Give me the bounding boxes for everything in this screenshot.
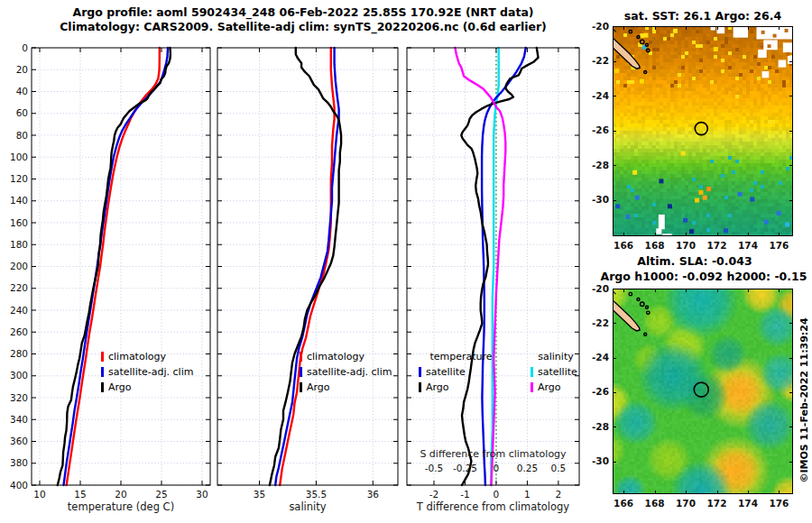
series-Argo (270, 48, 341, 485)
map-x-tick-label: 174 (732, 498, 764, 509)
map-y-tick-label: -22 (575, 317, 609, 328)
legend-mark (419, 382, 421, 392)
depth-tick-label: 200 (0, 261, 28, 271)
sla-map-canvas (613, 289, 793, 494)
map-x-tick-label: 172 (701, 240, 734, 251)
map-x-tick-label: 174 (732, 240, 764, 251)
x-tick-label: 30 (184, 489, 220, 500)
map-x-tick-label: 172 (701, 498, 734, 509)
sla-title-line1: Altim. SLA: -0.043 (590, 254, 799, 268)
map-x-tick-label: 176 (762, 498, 795, 509)
depth-tick-label: 180 (0, 239, 28, 250)
legend-mark (300, 382, 302, 392)
legend-entry: Argo (101, 381, 132, 393)
legend-entry: satellite-adj. clim (300, 366, 392, 378)
depth-tick-label: 160 (0, 217, 28, 228)
sla-title-line2: Argo h1000: -0.092 h2000: -0.15 (588, 270, 812, 283)
legend-mark (101, 352, 104, 362)
legend-entry: Argo (300, 381, 330, 393)
map-x-tick-label: 168 (639, 240, 671, 251)
map-y-tick-label: -20 (575, 283, 609, 294)
legend-mark (101, 367, 104, 377)
x-tick-label: 35.5 (298, 489, 334, 500)
x-tick-label: 36 (355, 489, 391, 500)
t-difference-axis-label: T difference from climatology (407, 500, 579, 513)
legend-entry: Argo (531, 381, 561, 393)
depth-tick-label: 120 (0, 173, 28, 184)
legend-mark (531, 382, 533, 392)
map-y-tick-label: -24 (575, 90, 609, 101)
legend-mark (531, 367, 533, 377)
legend-header: salinity (538, 351, 573, 362)
map-y-tick-label: -24 (575, 352, 609, 362)
panel-box (217, 48, 398, 485)
depth-tick-label: 380 (0, 457, 28, 468)
legend-entry: Argo (419, 381, 449, 393)
legend-mark (300, 367, 302, 377)
map-x-tick-label: 170 (669, 498, 702, 509)
depth-tick-label: 60 (0, 107, 28, 118)
depth-tick-label: 100 (0, 151, 28, 162)
legend-mark (101, 382, 104, 392)
map-x-tick-label: 166 (607, 240, 640, 251)
map-y-tick-label: -28 (575, 160, 609, 170)
depth-tick-label: 280 (0, 348, 28, 359)
legend-label: climatology (307, 351, 364, 362)
legend-label: satellite (426, 366, 466, 378)
depth-tick-label: 400 (0, 480, 28, 491)
x-tick-label: 25 (143, 489, 180, 500)
map-y-tick-label: -22 (575, 55, 609, 66)
legend-entry: climatology (300, 351, 364, 362)
map-x-tick-label: 168 (639, 498, 671, 509)
legend-label: Argo (307, 381, 330, 393)
depth-tick-label: 40 (0, 86, 28, 96)
depth-tick-label: 340 (0, 414, 28, 425)
legend-entry: climatology (101, 351, 166, 362)
legend-label: Argo (538, 381, 561, 393)
map-x-tick-label: 170 (669, 240, 702, 251)
depth-tick-label: 240 (0, 305, 28, 316)
legend-header: temperature (429, 351, 492, 362)
depth-tick-label: 140 (0, 195, 28, 206)
s-difference-axis-label: S difference from climatology (407, 448, 579, 460)
depth-tick-label: 20 (0, 64, 28, 75)
x-tick-label: 15 (62, 489, 98, 500)
imos-credit: ©IMOS 11-Feb-2022 11:39:24 (798, 317, 810, 482)
figure: Argo profile: aoml 5902434_248 06-Feb-20… (0, 0, 812, 523)
s-tick-label: 0.5 (539, 463, 578, 473)
map-x-tick-label: 176 (762, 240, 795, 251)
map-x-tick-label: 166 (607, 498, 640, 509)
depth-tick-label: 80 (0, 130, 28, 141)
legend-mark (419, 367, 421, 377)
depth-tick-label: 220 (0, 282, 28, 293)
sst-map-title: sat. SST: 26.1 Argo: 26.4 (590, 9, 812, 23)
legend-entry: satellite-adj. clim (101, 366, 193, 378)
legend-label: Argo (426, 381, 449, 393)
depth-tick-label: 360 (0, 436, 28, 446)
depth-tick-label: 0 (0, 42, 28, 53)
legend-label: satellite-adj. clim (307, 366, 392, 378)
salinity-axis-label: salinity (217, 500, 398, 513)
legend-label: Argo (108, 381, 132, 393)
depth-tick-label: 320 (0, 392, 28, 403)
x-tick-label: 10 (22, 489, 58, 500)
legend-entry: satellite (419, 366, 466, 378)
sst-map-canvas (613, 26, 793, 236)
map-y-tick-label: -26 (575, 124, 609, 135)
map-y-tick-label: -30 (575, 194, 609, 205)
legend-label: satellite (538, 366, 577, 378)
x-tick-label: 2 (540, 489, 577, 500)
map-y-tick-label: -28 (575, 421, 609, 432)
legend-label: climatology (108, 351, 166, 362)
map-y-tick-label: -26 (575, 386, 609, 397)
depth-tick-label: 260 (0, 326, 28, 337)
legend-mark (300, 352, 302, 362)
legend-label: satellite-adj. clim (108, 366, 193, 378)
legend-entry: satellite (531, 366, 577, 378)
x-tick-label: 20 (103, 489, 139, 500)
map-y-tick-label: -30 (575, 455, 609, 466)
depth-tick-label: 300 (0, 370, 28, 381)
temperature-axis-label: temperature (deg C) (32, 500, 210, 513)
x-tick-label: 35 (242, 489, 278, 500)
